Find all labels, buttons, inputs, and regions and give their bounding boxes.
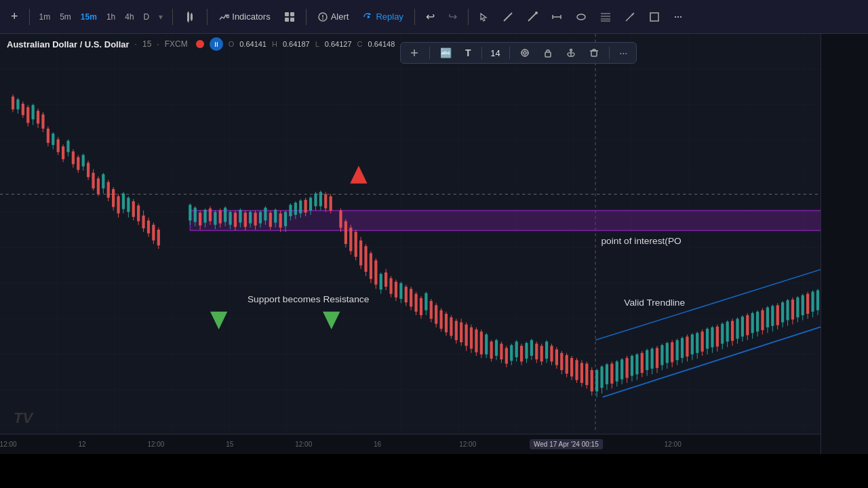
svg-rect-221 xyxy=(450,317,452,336)
tf-4h[interactable]: 4h xyxy=(121,10,138,24)
svg-rect-129 xyxy=(214,212,216,225)
svg-point-34 xyxy=(524,52,526,54)
ft-divider-4 xyxy=(609,47,610,59)
svg-rect-117 xyxy=(157,230,160,245)
svg-rect-99 xyxy=(112,189,115,207)
low-value: 0.64127 xyxy=(325,40,352,48)
tf-1m[interactable]: 1m xyxy=(35,10,55,24)
svg-rect-69 xyxy=(37,110,39,123)
svg-rect-347 xyxy=(766,308,769,327)
svg-rect-269 xyxy=(570,358,573,376)
time-label-6: 16 xyxy=(374,441,381,448)
separator-2 xyxy=(172,9,173,25)
tf-dropdown[interactable]: ▾ xyxy=(155,10,167,24)
svg-rect-75 xyxy=(52,134,54,145)
svg-rect-287 xyxy=(616,361,618,381)
low-label: L xyxy=(315,40,319,48)
add-chart-button[interactable]: + xyxy=(5,7,24,26)
svg-rect-10 xyxy=(290,18,294,22)
svg-rect-201 xyxy=(399,283,402,299)
alert-button[interactable]: Alert xyxy=(312,9,355,25)
svg-rect-105 xyxy=(127,198,130,212)
separator-6 xyxy=(468,9,469,25)
pause-button[interactable]: ⏸ xyxy=(210,37,223,51)
box-tool[interactable] xyxy=(644,9,665,25)
arrow-tool[interactable] xyxy=(619,9,641,25)
symbol-detail: · xyxy=(135,39,137,49)
svg-rect-131 xyxy=(219,211,222,224)
font-size: 14 xyxy=(489,48,502,58)
svg-rect-9 xyxy=(285,18,289,22)
toolbar-cursor[interactable] xyxy=(406,46,422,60)
svg-rect-351 xyxy=(776,305,779,325)
svg-rect-255 xyxy=(535,344,538,359)
svg-rect-227 xyxy=(465,325,467,346)
indicators-button[interactable]: Indicators xyxy=(213,9,275,25)
polygon-icon xyxy=(576,12,587,22)
toolbar-delete[interactable] xyxy=(586,46,602,60)
svg-rect-295 xyxy=(635,354,638,374)
svg-rect-181 xyxy=(349,228,352,251)
replay-button[interactable]: Replay xyxy=(357,9,408,25)
svg-rect-155 xyxy=(279,214,282,228)
svg-rect-355 xyxy=(786,300,789,320)
polygon-tool[interactable] xyxy=(570,9,592,25)
apps-button[interactable] xyxy=(279,9,300,25)
svg-rect-183 xyxy=(355,232,357,257)
separator-5 xyxy=(414,9,415,25)
toolbar-text[interactable]: T xyxy=(462,45,475,60)
svg-marker-15 xyxy=(368,15,370,18)
toolbar-emoji[interactable]: 🔤 xyxy=(437,45,455,60)
svg-rect-313 xyxy=(681,338,684,358)
svg-rect-223 xyxy=(455,321,458,340)
toolbar-target[interactable] xyxy=(517,46,533,60)
svg-rect-309 xyxy=(671,342,673,362)
fibonacci-tool[interactable] xyxy=(595,9,616,25)
svg-rect-329 xyxy=(721,324,724,344)
svg-rect-29 xyxy=(650,13,658,21)
ft-divider-2 xyxy=(481,47,482,59)
bar-style-button[interactable] xyxy=(178,8,201,26)
svg-rect-149 xyxy=(264,207,267,220)
support-resistance-label: Support becomes Resistance xyxy=(248,294,369,304)
line-tool[interactable] xyxy=(497,9,519,25)
svg-rect-297 xyxy=(641,353,644,373)
toolbar-more[interactable]: ··· xyxy=(616,45,631,60)
redo-button[interactable]: ↪ xyxy=(443,7,462,26)
svg-rect-367 xyxy=(816,290,819,310)
svg-rect-325 xyxy=(711,327,713,347)
open-label: O xyxy=(229,40,235,48)
svg-rect-345 xyxy=(761,310,764,330)
svg-rect-339 xyxy=(746,315,749,335)
tf-1h[interactable]: 1h xyxy=(102,10,119,24)
svg-rect-267 xyxy=(566,355,568,373)
undo-button[interactable]: ↩ xyxy=(420,7,440,26)
svg-rect-109 xyxy=(137,205,140,221)
svg-rect-273 xyxy=(580,363,583,382)
svg-rect-167 xyxy=(309,198,312,211)
tf-5m[interactable]: 5m xyxy=(56,10,75,24)
cursor-tool[interactable] xyxy=(474,9,494,24)
chart-area[interactable]: Australian Dollar / U.S. Dollar · 15 · F… xyxy=(0,34,868,454)
apps-icon xyxy=(284,12,295,22)
toolbar-lock[interactable] xyxy=(540,46,556,60)
replay-icon xyxy=(362,12,373,22)
svg-rect-195 xyxy=(384,272,387,287)
svg-rect-343 xyxy=(756,312,759,331)
svg-rect-54 xyxy=(340,211,868,230)
ray-tool[interactable] xyxy=(521,9,543,25)
svg-rect-363 xyxy=(806,294,809,314)
svg-rect-235 xyxy=(485,334,488,354)
tf-15m[interactable]: 15m xyxy=(77,10,101,24)
svg-rect-185 xyxy=(359,241,362,266)
svg-rect-237 xyxy=(490,342,493,359)
line-icon xyxy=(502,12,513,22)
tf-d[interactable]: D xyxy=(140,10,154,24)
measure-tool[interactable] xyxy=(546,9,568,25)
svg-rect-143 xyxy=(249,212,252,224)
dash-tool[interactable] xyxy=(668,9,690,25)
toolbar-anchor[interactable] xyxy=(563,46,579,60)
svg-rect-165 xyxy=(304,200,307,213)
symbol-broker: FXCM xyxy=(165,39,188,49)
cursor-small-icon xyxy=(410,48,419,58)
